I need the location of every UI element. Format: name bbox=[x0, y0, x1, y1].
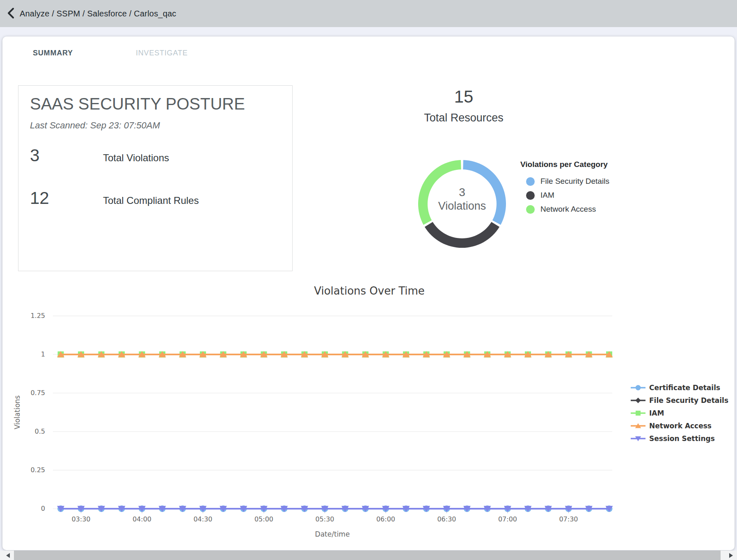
screen: Analyze / SSPM / Salesforce / Carlos_qac… bbox=[0, 0, 737, 560]
scroll-right-icon bbox=[729, 553, 733, 558]
x-tick-label: 07:30 bbox=[550, 515, 587, 523]
x-tick-label: 05:30 bbox=[307, 515, 343, 523]
chevron-left-icon bbox=[7, 7, 16, 21]
data-point-marker bbox=[636, 411, 641, 416]
donut-center-value: 3 bbox=[421, 186, 503, 199]
chart-title: Violations Over Time bbox=[205, 285, 533, 297]
donut-legend-item[interactable]: Network Access bbox=[526, 202, 609, 216]
chart-legend-item[interactable]: Session Settings bbox=[630, 432, 728, 445]
donut-legend-item[interactable]: IAM bbox=[526, 188, 609, 202]
x-tick-label: 04:30 bbox=[185, 515, 222, 523]
y-tick-label: 1 bbox=[0, 350, 45, 358]
chart-legend-item[interactable]: Network Access bbox=[630, 419, 728, 432]
x-tick-label: 04:00 bbox=[124, 515, 160, 523]
donut-legend-label: IAM bbox=[540, 191, 554, 200]
y-tick-label: 0.25 bbox=[0, 466, 45, 474]
data-point-marker bbox=[636, 385, 641, 390]
chart-legend: Certificate DetailsFile Security Details… bbox=[630, 381, 728, 445]
donut-legend-item[interactable]: File Security Details bbox=[526, 174, 609, 188]
y-tick-label: 0.5 bbox=[0, 427, 45, 435]
legend-circle-icon bbox=[630, 384, 646, 391]
donut-legend-label: File Security Details bbox=[540, 177, 609, 186]
x-tick-label: 07:00 bbox=[489, 515, 526, 523]
chart-legend-item[interactable]: IAM bbox=[630, 407, 728, 419]
chart-legend-label: IAM bbox=[649, 409, 664, 417]
total-violations-label: Total Violations bbox=[103, 152, 169, 164]
scroll-thumb[interactable] bbox=[14, 551, 721, 560]
tab-summary[interactable]: SUMMARY bbox=[33, 49, 73, 57]
donut-legend-label: Network Access bbox=[540, 205, 596, 214]
legend-dot-icon bbox=[526, 205, 535, 214]
x-tick-label: 03:30 bbox=[63, 515, 100, 523]
donut-slice[interactable] bbox=[425, 222, 499, 248]
h-scrollbar[interactable] bbox=[0, 551, 737, 560]
legend-diamond-icon bbox=[630, 397, 646, 404]
x-tick-label: 06:00 bbox=[367, 515, 404, 523]
tab-investigate[interactable]: INVESTIGATE bbox=[136, 49, 188, 57]
legend-dot-icon bbox=[526, 191, 535, 200]
posture-card-title: SAAS SECURITY POSTURE bbox=[30, 95, 245, 113]
chart-legend-label: File Security Details bbox=[649, 396, 728, 405]
total-violations-value: 3 bbox=[30, 146, 39, 165]
chart-legend-item[interactable]: File Security Details bbox=[630, 394, 728, 407]
total-compliant-value: 12 bbox=[30, 188, 49, 208]
legend-triangle-down-icon bbox=[630, 435, 646, 442]
total-resources-value: 15 bbox=[382, 87, 546, 107]
x-tick-label: 05:00 bbox=[245, 515, 282, 523]
total-resources-label: Total Resources bbox=[382, 112, 546, 124]
back-button[interactable] bbox=[3, 5, 19, 23]
legend-triangle-icon bbox=[630, 422, 646, 430]
chart-legend-label: Session Settings bbox=[649, 434, 715, 443]
y-tick-label: 1.25 bbox=[0, 312, 45, 320]
scroll-left-icon bbox=[6, 553, 10, 558]
scroll-right-button[interactable] bbox=[726, 551, 737, 560]
donut-legend-title: Violations per Category bbox=[520, 160, 609, 169]
legend-dot-icon bbox=[526, 177, 535, 186]
chart-legend-item[interactable]: Certificate Details bbox=[630, 381, 728, 394]
top-bar: Analyze / SSPM / Salesforce / Carlos_qac bbox=[0, 0, 737, 27]
donut-center-label: Violations bbox=[421, 200, 503, 213]
x-axis-title: Date/time bbox=[168, 530, 497, 538]
breadcrumb[interactable]: Analyze / SSPM / Salesforce / Carlos_qac bbox=[20, 9, 176, 18]
last-scanned: Last Scanned: Sep 23: 07:50AM bbox=[30, 120, 160, 131]
donut-legend-items: File Security DetailsIAMNetwork Access bbox=[520, 174, 609, 216]
y-tick-label: 0 bbox=[0, 505, 45, 512]
posture-card: SAAS SECURITY POSTURE Last Scanned: Sep … bbox=[18, 85, 293, 271]
x-tick-label: 06:30 bbox=[428, 515, 465, 523]
y-axis-title: Violations bbox=[13, 388, 21, 437]
scroll-left-button[interactable] bbox=[2, 551, 14, 560]
donut-legend: Violations per Category File Security De… bbox=[520, 160, 609, 216]
total-compliant-label: Total Compliant Rules bbox=[103, 195, 199, 206]
chart-legend-label: Certificate Details bbox=[649, 384, 720, 392]
y-tick-label: 0.75 bbox=[0, 389, 45, 397]
data-point-marker bbox=[635, 398, 641, 403]
chart-legend-label: Network Access bbox=[649, 422, 712, 430]
legend-square-icon bbox=[630, 409, 646, 417]
